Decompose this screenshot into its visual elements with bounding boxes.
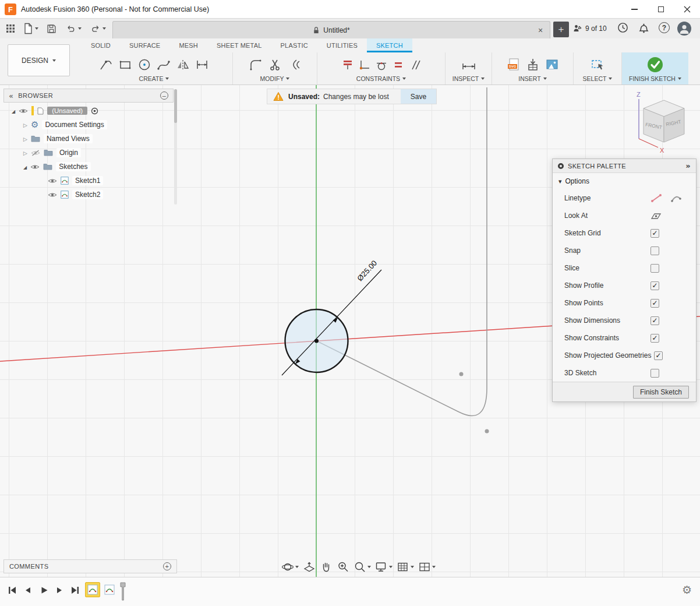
parallel-constraint-button[interactable] [409, 58, 422, 71]
file-menu-button[interactable] [23, 23, 38, 34]
browser-item-sketch2[interactable]: Sketch2 [3, 188, 174, 202]
insert-mesh-button[interactable] [525, 57, 540, 72]
close-button[interactable] [674, 0, 700, 19]
maximize-button[interactable] [648, 0, 674, 19]
tab-close-button[interactable]: × [535, 24, 546, 36]
sketch-dimension-button[interactable] [195, 57, 210, 72]
select-button[interactable] [590, 57, 605, 72]
select-menu[interactable]: SELECT [583, 75, 613, 82]
browser-item-label[interactable]: Sketch2 [72, 190, 103, 199]
equal-constraint-button[interactable] [392, 58, 405, 71]
timeline-sketch1-feature[interactable] [85, 582, 100, 597]
play-button[interactable] [38, 585, 49, 596]
tab-sketch[interactable]: SKETCH [367, 38, 412, 52]
help-button[interactable]: ? [659, 22, 670, 33]
browser-item-document-settings[interactable]: Document Settings [3, 118, 174, 132]
visibility-eye-icon[interactable] [19, 108, 28, 114]
sketch-point[interactable] [485, 429, 489, 434]
go-to-start-button[interactable] [7, 585, 17, 596]
expand-caret-icon[interactable] [23, 163, 27, 171]
line-tool-button[interactable] [98, 57, 114, 72]
finish-sketch-button[interactable] [646, 56, 664, 73]
linetype-reference-button[interactable] [670, 193, 682, 203]
rectangle-tool-button[interactable] [118, 57, 133, 72]
collapsed-caret-icon[interactable] [23, 149, 27, 157]
timeline-position-marker[interactable] [119, 582, 127, 601]
go-to-end-button[interactable] [70, 585, 80, 596]
snap-checkbox[interactable] [650, 246, 659, 255]
show-constraints-checkbox[interactable]: ✓ [650, 334, 659, 343]
browser-item-origin[interactable]: Origin [3, 146, 174, 160]
browser-item-label[interactable]: Named Views [44, 134, 93, 143]
sketch-point[interactable] [459, 372, 464, 376]
spline-tool-button[interactable] [156, 57, 171, 72]
minimize-button[interactable] [621, 0, 648, 19]
tab-mesh[interactable]: MESH [169, 38, 207, 52]
orbit-button[interactable] [281, 561, 299, 573]
circle-tool-button[interactable] [137, 57, 152, 72]
sketch-spline-curve[interactable] [317, 87, 487, 415]
visibility-eye-icon[interactable] [48, 192, 57, 198]
measure-button[interactable] [461, 57, 476, 72]
browser-item-label[interactable]: Sketch1 [72, 176, 103, 185]
look-at-nav-button[interactable] [303, 561, 316, 573]
visibility-eye-icon[interactable] [30, 164, 40, 170]
add-comment-button[interactable]: + [163, 562, 171, 570]
offset-tool-button[interactable] [287, 57, 302, 72]
show-points-checkbox[interactable]: ✓ [650, 299, 659, 308]
activate-target-icon[interactable] [91, 107, 98, 115]
browser-display-settings-button[interactable]: – [160, 91, 168, 100]
options-section-header[interactable]: Options [553, 173, 696, 189]
show-projected-geometries-checkbox[interactable]: ✓ [654, 351, 663, 360]
origin-point[interactable] [314, 339, 319, 343]
document-tab[interactable]: Untitled* × [112, 21, 550, 38]
profile-avatar[interactable] [677, 22, 691, 36]
sketch-grid-checkbox[interactable]: ✓ [650, 229, 659, 238]
collapsed-caret-icon[interactable] [23, 135, 27, 143]
browser-item-unsaved-root[interactable]: (Unsaved) [3, 104, 174, 118]
step-forward-button[interactable] [54, 585, 65, 596]
linetype-construction-button[interactable] [650, 193, 662, 203]
coincident-constraint-button[interactable] [358, 58, 371, 71]
step-back-button[interactable] [23, 585, 33, 596]
collapsed-caret-icon[interactable] [23, 121, 27, 129]
visibility-eye-off-icon[interactable] [31, 150, 40, 156]
canvas-insert-button[interactable] [545, 57, 560, 72]
zoom-window-button[interactable] [353, 561, 371, 573]
tab-solid[interactable]: SOLID [82, 38, 120, 52]
design-workspace-button[interactable]: DESIGN [8, 44, 70, 76]
timeline-settings-gear-icon[interactable] [682, 583, 692, 596]
app-grid-button[interactable] [6, 24, 15, 33]
look-at-button[interactable] [650, 211, 662, 220]
comments-bar[interactable]: COMMENTS + [3, 559, 177, 573]
expand-panel-icon[interactable] [685, 161, 691, 170]
grid-settings-button[interactable] [397, 561, 414, 573]
job-history-button[interactable] [617, 22, 628, 35]
pan-button[interactable] [320, 561, 333, 573]
tab-utilities[interactable]: UTILITIES [317, 38, 367, 52]
tab-surface[interactable]: SURFACE [120, 38, 169, 52]
zoom-button[interactable] [337, 561, 349, 573]
display-settings-button[interactable] [375, 561, 393, 573]
browser-item-label[interactable]: Document Settings [42, 120, 107, 129]
undo-button[interactable] [65, 23, 82, 34]
trim-tool-button[interactable] [267, 57, 282, 72]
browser-item-label[interactable]: Origin [56, 148, 81, 157]
browser-item-named-views[interactable]: Named Views [3, 132, 174, 146]
tangent-constraint-button[interactable] [375, 58, 388, 71]
show-profile-checkbox[interactable]: ✓ [650, 281, 659, 290]
slice-checkbox[interactable] [650, 264, 659, 273]
show-dimensions-checkbox[interactable]: ✓ [650, 316, 659, 325]
timeline-sketch2-feature[interactable] [102, 582, 117, 597]
finish-sketch-menu[interactable]: FINISH SKETCH [629, 75, 681, 82]
midpoint-constraint-button[interactable] [341, 58, 354, 71]
fillet-tool-button[interactable] [248, 57, 263, 72]
tab-sheet-metal[interactable]: SHEET METAL [207, 38, 271, 52]
expand-caret-icon[interactable] [12, 107, 15, 115]
inspect-menu[interactable]: INSPECT [452, 75, 485, 82]
new-tab-button[interactable]: + [553, 22, 569, 37]
tab-plastic[interactable]: PLASTIC [271, 38, 317, 52]
palette-finish-sketch-button[interactable]: Finish Sketch [633, 386, 689, 399]
mirror-tool-button[interactable] [175, 57, 190, 72]
insert-svg-button[interactable]: SVG [506, 57, 521, 72]
